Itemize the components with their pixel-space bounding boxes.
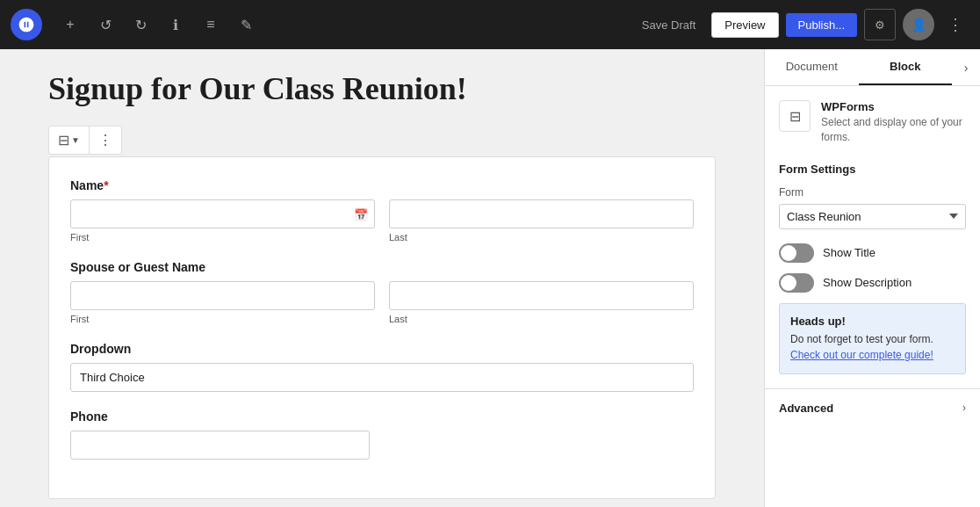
last-name-col: Last — [389, 199, 694, 243]
block-name-label: WPForms — [821, 100, 966, 113]
tab-block[interactable]: Block — [859, 49, 953, 85]
advanced-label: Advanced — [779, 402, 833, 415]
advanced-chevron-icon: › — [962, 402, 966, 414]
phone-field-group: Phone — [70, 409, 694, 460]
spouse-first-col: First — [70, 281, 375, 324]
show-title-toggle[interactable] — [779, 243, 814, 263]
last-sublabel: Last — [389, 232, 694, 243]
form-icon: ⊟ — [58, 132, 69, 148]
undo-button[interactable]: ↺ — [91, 11, 119, 39]
name-row: 📅 First Last — [70, 199, 694, 243]
first-name-col: 📅 First — [70, 199, 375, 243]
spouse-field-group: Spouse or Guest Name First Last — [70, 260, 694, 324]
preview-button[interactable]: Preview — [711, 12, 778, 38]
heads-up-title: Heads up! — [790, 315, 955, 328]
spouse-label: Spouse or Guest Name — [70, 260, 694, 274]
right-sidebar: Document Block › ⊟ WPForms Select and di… — [764, 49, 980, 507]
kebab-menu-icon: ⋮ — [98, 132, 112, 148]
wpforms-block-icon: ⊟ — [779, 100, 811, 132]
dropdown-select-display[interactable]: Third Choice — [70, 363, 694, 392]
list-view-button[interactable]: ≡ — [197, 11, 225, 39]
spouse-first-sublabel: First — [70, 314, 375, 324]
sidebar-tabs: Document Block › — [765, 49, 980, 86]
content-area: Signup for Our Class Reunion! ⊟ ▼ ⋮ Name… — [0, 49, 764, 507]
first-name-input[interactable] — [70, 199, 375, 228]
topbar: + ↺ ↻ ℹ ≡ ✎ Save Draft Preview Publish..… — [0, 0, 980, 49]
show-title-row: Show Title — [779, 243, 966, 263]
show-description-label: Show Description — [823, 276, 912, 289]
form-select-dropdown[interactable]: Class Reunion — [779, 204, 966, 229]
dropdown-field-group: Dropdown Third Choice — [70, 342, 694, 392]
spouse-last-input[interactable] — [389, 281, 694, 310]
calendar-icon: 📅 — [354, 207, 368, 221]
form-field-label: Form — [779, 186, 966, 199]
block-description: Select and display one of your forms. — [821, 115, 966, 145]
user-avatar[interactable]: 👤 — [903, 9, 934, 40]
spouse-last-col: Last — [389, 281, 694, 324]
save-draft-button[interactable]: Save Draft — [633, 13, 704, 37]
form-block: Name* 📅 First Last — [48, 156, 716, 499]
required-indicator: * — [104, 178, 108, 192]
heads-up-box: Heads up! Do not forget to test your for… — [779, 303, 966, 374]
main-layout: Signup for Our Class Reunion! ⊟ ▼ ⋮ Name… — [0, 49, 980, 507]
overflow-menu-icon[interactable]: ⋮ — [941, 11, 969, 39]
block-toolbar: ⊟ ▼ ⋮ — [48, 126, 122, 155]
settings-gear-button[interactable]: ⚙ — [864, 9, 896, 40]
info-button[interactable]: ℹ — [162, 11, 190, 39]
editor-wrapper: Signup for Our Class Reunion! ⊟ ▼ ⋮ Name… — [48, 70, 716, 499]
show-description-toggle[interactable] — [779, 273, 814, 293]
complete-guide-link[interactable]: Check out our complete guide! — [790, 349, 933, 361]
edit-button[interactable]: ✎ — [232, 11, 260, 39]
block-info-section: ⊟ WPForms Select and display one of your… — [765, 86, 980, 388]
spouse-row: First Last — [70, 281, 694, 324]
publish-button[interactable]: Publish... — [786, 13, 857, 37]
show-description-row: Show Description — [779, 273, 966, 293]
redo-button[interactable]: ↻ — [126, 11, 155, 39]
show-title-label: Show Title — [823, 246, 876, 259]
name-label: Name* — [70, 178, 694, 192]
first-name-input-wrapper: 📅 — [70, 199, 375, 228]
phone-label: Phone — [70, 409, 694, 424]
block-more-options-button[interactable]: ⋮ — [90, 127, 121, 154]
spouse-first-input[interactable] — [70, 281, 375, 310]
add-block-button[interactable]: + — [56, 11, 84, 39]
block-info: ⊟ WPForms Select and display one of your… — [779, 100, 966, 145]
advanced-section[interactable]: Advanced › — [765, 388, 980, 427]
wp-logo-icon[interactable] — [11, 9, 42, 40]
dropdown-label: Dropdown — [70, 342, 694, 356]
spouse-last-sublabel: Last — [389, 314, 694, 324]
form-block-type-button[interactable]: ⊟ ▼ — [49, 127, 90, 154]
heads-up-text: Do not forget to test your form. Check o… — [790, 331, 955, 363]
phone-input[interactable] — [70, 431, 370, 460]
form-settings-title: Form Settings — [779, 163, 966, 176]
page-title: Signup for Our Class Reunion! — [48, 70, 716, 108]
sidebar-collapse-arrow[interactable]: › — [952, 49, 980, 85]
last-name-input[interactable] — [389, 199, 694, 228]
block-info-text: WPForms Select and display one of your f… — [821, 100, 966, 145]
first-sublabel: First — [70, 232, 375, 243]
name-field-group: Name* 📅 First Last — [70, 178, 694, 243]
tab-document[interactable]: Document — [765, 49, 859, 85]
dropdown-arrow-icon: ▼ — [71, 135, 80, 145]
